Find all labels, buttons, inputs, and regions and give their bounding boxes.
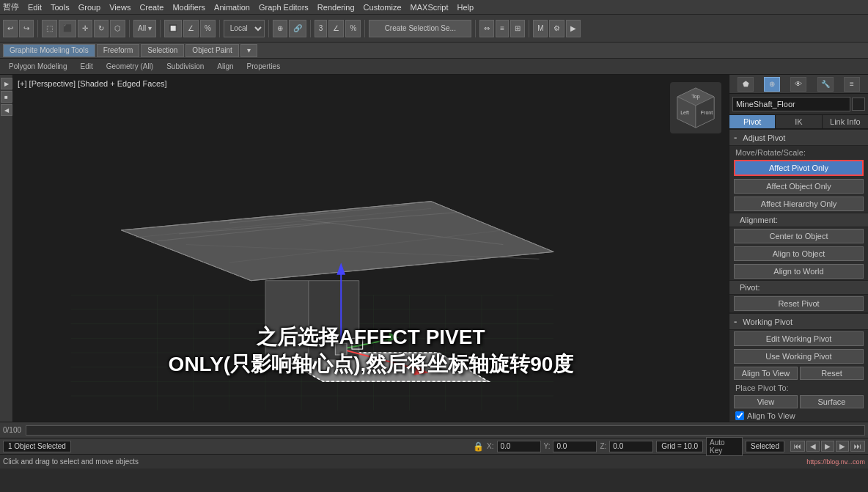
freeform-btn[interactable]: Freeform bbox=[97, 44, 140, 57]
angle-snap[interactable]: ∠ bbox=[183, 20, 199, 37]
menu-modifiers[interactable]: Modifiers bbox=[172, 3, 205, 12]
rotate-btn[interactable]: ↻ bbox=[94, 20, 108, 37]
align-to-world-btn[interactable]: Align to World bbox=[734, 264, 864, 279]
align-item[interactable]: Align bbox=[211, 60, 239, 73]
menu-rendering[interactable]: Rendering bbox=[317, 3, 355, 12]
play-btn[interactable]: ▶ bbox=[821, 441, 834, 452]
edit-item[interactable]: Edit bbox=[75, 60, 99, 73]
tab-link-info[interactable]: Link Info bbox=[823, 115, 868, 128]
tab-ik[interactable]: IK bbox=[776, 115, 822, 128]
z-coord-input[interactable] bbox=[609, 441, 653, 452]
menu-group[interactable]: Group bbox=[78, 3, 101, 12]
select-region-btn[interactable]: ⬛ bbox=[59, 20, 76, 37]
selection-btn[interactable]: Selection bbox=[141, 44, 184, 57]
menu-edit[interactable]: Edit bbox=[28, 3, 42, 12]
array-btn[interactable]: ⊞ bbox=[510, 20, 525, 37]
next-frame-btn[interactable]: ▶ bbox=[836, 441, 849, 452]
menu-maxscript[interactable]: MAXScript bbox=[411, 3, 449, 12]
link-btn[interactable]: 🔗 bbox=[289, 20, 306, 37]
geometry-item[interactable]: Geometry (All) bbox=[100, 60, 159, 73]
affect-object-only-btn[interactable]: Affect Object Only bbox=[734, 179, 864, 194]
affect-pivot-only-btn[interactable]: Affect Pivot Only bbox=[734, 160, 864, 176]
svg-text:Top: Top bbox=[691, 94, 699, 100]
scale-btn[interactable]: ⬡ bbox=[110, 20, 125, 37]
reset-btn[interactable]: Reset bbox=[800, 367, 864, 380]
redo-btn[interactable]: ↪ bbox=[19, 20, 34, 37]
select-btn[interactable]: ⬚ bbox=[42, 20, 57, 37]
align-to-view-checkbox[interactable] bbox=[735, 411, 744, 420]
display-icon[interactable]: 👁 bbox=[790, 77, 806, 92]
view-btn[interactable]: View bbox=[734, 395, 798, 408]
viewport[interactable]: [+] [Perspective] [Shaded + Edged Faces] bbox=[13, 75, 729, 422]
graphite-modeling-btn[interactable]: Graphite Modeling Tools bbox=[3, 44, 95, 57]
right-panel: ⬟ ⊕ 👁 🔧 ≡ Pivot IK Link Info - Adjust Pi… bbox=[729, 75, 868, 422]
center-to-object-btn[interactable]: Center to Object bbox=[734, 229, 864, 243]
z-label: Z: bbox=[600, 442, 606, 450]
menu-views[interactable]: Views bbox=[109, 3, 130, 12]
left-btn-3[interactable]: ◀ bbox=[1, 104, 12, 116]
utilities-icon[interactable]: 🔧 bbox=[817, 77, 834, 92]
reference-dropdown[interactable]: All ▾ bbox=[133, 20, 156, 37]
x-coord-input[interactable] bbox=[497, 441, 541, 452]
poly-bar: Polygon Modeling Edit Geometry (All) Sub… bbox=[0, 59, 868, 75]
coord-system-select[interactable]: Local World View bbox=[224, 20, 265, 37]
snap-toggle[interactable]: 🔲 bbox=[164, 20, 182, 37]
align-to-view-btn[interactable]: Align To View bbox=[734, 367, 798, 380]
tab-pivot[interactable]: Pivot bbox=[729, 115, 776, 128]
align-to-view-checkbox-row: Align To View bbox=[729, 410, 868, 422]
properties-item[interactable]: Properties bbox=[241, 60, 287, 73]
align-to-object-btn[interactable]: Align to Object bbox=[734, 246, 864, 261]
menu-help[interactable]: Help bbox=[457, 3, 474, 12]
menu-pause[interactable]: 暂停 bbox=[3, 1, 19, 12]
move-rotate-scale-label: Move/Rotate/Scale: bbox=[729, 146, 868, 158]
nav-cube[interactable]: Top Left Front bbox=[670, 82, 721, 133]
menu-graph-editors[interactable]: Graph Editors bbox=[259, 3, 309, 12]
playback-controls: ⏮ ◀ ▶ ▶ ⏭ bbox=[790, 441, 865, 452]
play-start-btn[interactable]: ⏮ bbox=[790, 441, 805, 452]
menu-customize[interactable]: Customize bbox=[364, 3, 402, 12]
percent-snap[interactable]: % bbox=[200, 20, 216, 37]
affect-hierarchy-only-btn[interactable]: Affect Hierarchy Only bbox=[734, 197, 864, 211]
align-btn[interactable]: ≡ bbox=[496, 20, 509, 37]
object-color-swatch[interactable] bbox=[852, 98, 865, 111]
play-end-btn[interactable]: ⏭ bbox=[850, 441, 865, 452]
mirror-btn[interactable]: ⇔ bbox=[479, 20, 494, 37]
menu-create[interactable]: Create bbox=[139, 3, 163, 12]
object-paint-btn[interactable]: Object Paint bbox=[185, 44, 238, 57]
left-btn-2[interactable]: ■ bbox=[1, 91, 12, 103]
move-btn[interactable]: ✛ bbox=[78, 20, 92, 37]
menu-animation[interactable]: Animation bbox=[214, 3, 250, 12]
scene-svg bbox=[13, 75, 729, 422]
graphite-more-btn[interactable]: ▾ bbox=[240, 44, 257, 57]
render-btn[interactable]: ▶ bbox=[566, 20, 581, 37]
subdivision-item[interactable]: Subdivision bbox=[161, 60, 210, 73]
edit-working-pivot-btn[interactable]: Edit Working Pivot bbox=[734, 331, 864, 346]
select-set-btn[interactable]: Create Selection Se... bbox=[369, 20, 471, 37]
modifier-icon[interactable]: ≡ bbox=[844, 77, 860, 92]
prev-frame-btn[interactable]: ◀ bbox=[806, 441, 820, 452]
render-setup-btn[interactable]: ⚙ bbox=[549, 20, 564, 37]
y-coord-input[interactable] bbox=[553, 441, 597, 452]
motion-icon[interactable]: ⊕ bbox=[764, 77, 780, 92]
percent-snap2[interactable]: % bbox=[345, 20, 361, 37]
time-display: 0/100 bbox=[3, 426, 21, 434]
surface-btn[interactable]: Surface bbox=[800, 395, 864, 408]
material-editor-btn[interactable]: M bbox=[533, 20, 548, 37]
view-surface-row: View Surface bbox=[729, 394, 868, 410]
polygon-modeling-item[interactable]: Polygon Modeling bbox=[3, 60, 73, 73]
object-name-input[interactable] bbox=[732, 97, 850, 111]
hierarchy-icon[interactable]: ⬟ bbox=[738, 77, 754, 92]
use-working-pivot-btn[interactable]: Use Working Pivot bbox=[734, 349, 864, 364]
y-label: Y: bbox=[544, 442, 551, 450]
left-btn-1[interactable]: ▶ bbox=[1, 78, 12, 89]
reset-pivot-btn[interactable]: Reset Pivot bbox=[734, 296, 864, 311]
3d-snap[interactable]: 3 bbox=[315, 20, 328, 37]
alignment-header: Alignment: bbox=[729, 213, 868, 227]
use-pivot[interactable]: ⊕ bbox=[273, 20, 287, 37]
undo-btn[interactable]: ↩ bbox=[3, 20, 18, 37]
alignment-label: Alignment: bbox=[740, 216, 778, 224]
menu-tools[interactable]: Tools bbox=[51, 3, 70, 12]
time-track[interactable] bbox=[26, 425, 865, 436]
angle-snap2[interactable]: ∠ bbox=[328, 20, 344, 37]
selected-display: Selected bbox=[746, 441, 784, 452]
